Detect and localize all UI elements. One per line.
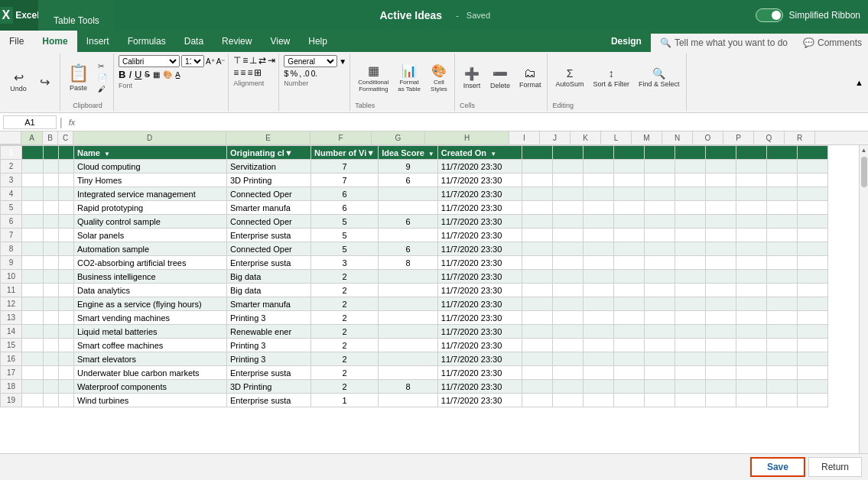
tab-data[interactable]: Data [175,31,213,52]
cell-k[interactable] [583,297,613,311]
cell-score[interactable] [379,229,438,242]
cell-o[interactable] [705,339,736,352]
cell-n[interactable] [675,174,705,187]
cell-orig[interactable]: Printing 3 [227,339,311,352]
cell-n[interactable] [675,311,705,325]
cell-l[interactable] [613,339,644,352]
cell-l[interactable] [613,270,644,284]
cell-p[interactable] [736,366,766,380]
cell-o[interactable] [705,325,736,339]
cell-m[interactable] [644,215,675,229]
cell-votes[interactable]: 2 [311,366,379,380]
scroll-up-arrow[interactable]: ▲ [861,147,867,154]
cell-m[interactable] [644,256,675,270]
col-header-d[interactable]: D [73,131,226,144]
delete-cells-button[interactable]: ➖ Delete [487,65,513,91]
cell-o[interactable] [705,380,736,394]
cell-a[interactable] [22,229,44,242]
cell-l[interactable] [613,325,644,339]
cell-j[interactable] [552,380,583,394]
row-num[interactable]: 15 [1,339,22,352]
cell-p[interactable] [736,256,766,270]
col-header-c[interactable]: C [58,131,73,144]
cell-l[interactable] [613,160,644,174]
col-header-p[interactable]: P [723,131,754,144]
cell-i[interactable] [522,256,552,270]
cell-j[interactable] [552,325,583,339]
cell-i[interactable] [522,229,552,242]
cell-o[interactable] [705,297,736,311]
row-num[interactable]: 18 [1,380,22,394]
strikethrough-button[interactable]: S̶ [145,70,150,79]
cell-a[interactable] [22,201,44,215]
cell-r1[interactable] [797,146,827,160]
cell-b[interactable] [44,174,59,187]
cell-i[interactable] [522,160,552,174]
simplified-ribbon-toggle[interactable] [756,8,783,22]
cell-r[interactable] [797,297,827,311]
cell-k[interactable] [583,160,613,174]
row-num[interactable]: 12 [1,297,22,311]
cell-orig[interactable]: Smarter manufa [227,297,311,311]
cell-o[interactable] [705,311,736,325]
cell-orig[interactable]: Big data [227,284,311,297]
cell-name[interactable]: Solar panels [74,229,227,242]
cell-b[interactable] [44,339,59,352]
cell-r[interactable] [797,201,827,215]
cell-r[interactable] [797,242,827,256]
row-num[interactable]: 4 [1,187,22,201]
number-format-select[interactable]: General [284,55,337,67]
cell-a1[interactable] [22,146,44,160]
tab-insert[interactable]: Insert [77,31,119,52]
cell-score[interactable] [379,394,438,407]
cell-score[interactable] [379,284,438,297]
cell-b[interactable] [44,352,59,366]
cell-i[interactable] [522,352,552,366]
cell-r[interactable] [797,380,827,394]
cell-j[interactable] [552,339,583,352]
cell-name[interactable]: Waterproof components [74,380,227,394]
cell-n[interactable] [675,270,705,284]
col-header-n[interactable]: N [662,131,693,144]
format-cells-button[interactable]: 🗂 Format [516,65,545,90]
tab-file[interactable]: File [0,31,33,52]
cell-l[interactable] [613,311,644,325]
col-header-k[interactable]: K [571,131,601,144]
cell-p[interactable] [736,270,766,284]
cell-l[interactable] [613,242,644,256]
cell-i[interactable] [522,242,552,256]
cell-i[interactable] [522,201,552,215]
cell-c[interactable] [59,325,74,339]
cell-c[interactable] [59,270,74,284]
cell-r[interactable] [797,187,827,201]
cell-r[interactable] [797,270,827,284]
cell-o[interactable] [705,201,736,215]
cell-j[interactable] [552,160,583,174]
cell-i[interactable] [522,174,552,187]
cell-name[interactable]: Quality control sample [74,215,227,229]
cell-i[interactable] [522,297,552,311]
cell-m[interactable] [644,297,675,311]
underline-button[interactable]: U [135,69,141,80]
cell-orig[interactable]: Enterprise susta [227,229,311,242]
cell-o[interactable] [705,270,736,284]
text-direction-button[interactable]: ⇄ [258,55,266,66]
cell-b[interactable] [44,394,59,407]
cell-r[interactable] [797,366,827,380]
cell-score[interactable]: 6 [379,215,438,229]
cell-created[interactable]: 11/7/2020 23:30 [437,187,522,201]
cell-k[interactable] [583,311,613,325]
cell-b[interactable] [44,366,59,380]
save-button[interactable]: Save [750,457,805,477]
cell-i[interactable] [522,284,552,297]
cell-votes[interactable]: 2 [311,352,379,366]
cell-created[interactable]: 11/7/2020 23:30 [437,366,522,380]
cell-votes[interactable]: 2 [311,297,379,311]
cell-name[interactable]: Liquid metal batteries [74,325,227,339]
cell-m[interactable] [644,339,675,352]
cell-k[interactable] [583,174,613,187]
cell-votes[interactable]: 7 [311,174,379,187]
cell-p[interactable] [736,352,766,366]
find-select-button[interactable]: 🔍 Find & Select [636,66,683,89]
cell-r[interactable] [797,352,827,366]
